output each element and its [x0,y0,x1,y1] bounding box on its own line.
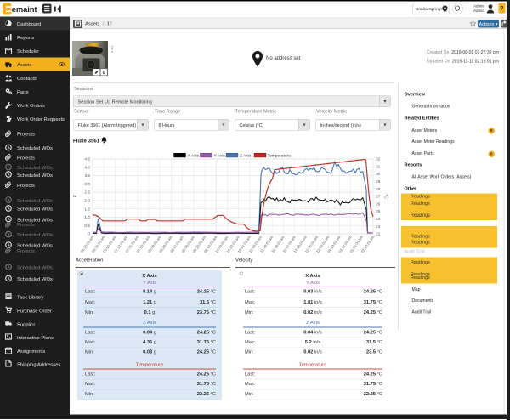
svg-text:Z Axis: Z Axis [240,154,252,158]
svg-text:28: 28 [376,187,381,191]
svg-text:1.0: 1.0 [84,215,90,219]
svg-text:31: 31 [376,164,381,168]
svg-text:27: 27 [376,195,381,199]
svg-text:g: g [71,195,76,197]
svg-text:Temperature: Temperature [268,154,292,158]
svg-text:2.5: 2.5 [84,190,90,195]
svg-text:3.0: 3.0 [84,182,90,186]
svg-text:2.0: 2.0 [84,199,90,203]
svg-text:25: 25 [376,209,381,213]
svg-text:4.0: 4.0 [84,165,90,169]
svg-text:26: 26 [376,201,381,206]
svg-text:3.5: 3.5 [84,173,90,178]
svg-text:22: 22 [376,232,381,236]
svg-text:1.5: 1.5 [84,207,90,211]
svg-text:29: 29 [376,179,381,184]
svg-text:0.5: 0.5 [84,224,90,228]
svg-text:30: 30 [376,172,381,176]
svg-text:Y Axis: Y Axis [214,154,226,158]
svg-text:4.5: 4.5 [84,157,90,162]
svg-text:X Axis: X Axis [188,154,200,158]
svg-text:24: 24 [376,217,381,221]
svg-text:°C: °C [384,194,389,199]
svg-text:32: 32 [376,157,381,162]
svg-text:23: 23 [376,224,381,229]
